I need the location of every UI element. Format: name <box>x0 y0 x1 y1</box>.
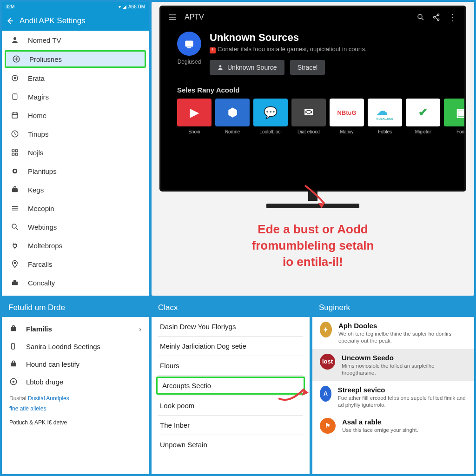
bl-row-hound-can-lestify[interactable]: Hound can lestify <box>2 355 149 373</box>
sidebar-label: Nomed TV <box>28 36 61 44</box>
sidebar-label: Tinups <box>28 130 48 138</box>
app-label: Snoin <box>188 129 200 134</box>
bl-row-flamilis[interactable]: Flamilis› <box>2 320 149 337</box>
bottom-left-panel: Fetufid um Drde Flamilis›Sanira Loodnd S… <box>2 298 149 474</box>
calendar-icon <box>10 111 20 120</box>
stracel-button[interactable]: Stracel <box>290 60 325 75</box>
sidebar-item-tinups[interactable]: Tinups <box>2 125 149 143</box>
app-label: Fobles <box>378 129 392 134</box>
bl-label: Flamilis <box>26 325 52 333</box>
app-tile-fobles[interactable]: ☁OUEAL.OMEFobles <box>368 99 402 134</box>
sidebar-item-nojls[interactable]: Nojls <box>2 143 149 162</box>
bl-row-sanira-loodnd-seetings[interactable]: Sanira Loodnd Seetings <box>2 337 149 355</box>
bottom-right-panel: Suginerk ✦Aph DoolesWe oh tere teg inclb… <box>312 298 474 474</box>
br-title: Streepl sevico <box>338 386 467 394</box>
sidebar-item-erata[interactable]: Erata <box>2 69 149 87</box>
plus-circle-icon <box>12 54 21 64</box>
phone-icon <box>9 342 19 350</box>
share-icon[interactable] <box>432 13 441 21</box>
hamburger-icon[interactable] <box>168 13 177 22</box>
svg-rect-25 <box>12 344 15 349</box>
person-icon <box>10 35 20 45</box>
sidebar-item-planitups[interactable]: Planitups <box>2 162 149 180</box>
page-icon <box>10 92 20 101</box>
briefcase-icon <box>9 360 19 368</box>
br-item-aph-dooles[interactable]: ✦Aph DoolesWe oh tere teg inclbe thine t… <box>312 317 474 349</box>
chevron-right-icon: › <box>139 325 141 333</box>
app-tile-diat ebocd[interactable]: ✉Diat ebocd <box>291 99 326 134</box>
app-tile-fom[interactable]: ▣Fom <box>444 99 466 134</box>
sidebar-item-farcalls[interactable]: Farcalls <box>2 255 149 273</box>
sidebar-item-concalty[interactable]: Concalty <box>2 273 149 292</box>
app-tile-loololblocl[interactable]: 💬Loololblocl <box>253 99 288 134</box>
unknown-source-button[interactable]: Unknown Source <box>210 60 284 75</box>
briefcase-icon <box>10 185 20 194</box>
bm-item[interactable]: Dasin Drew You Floriygs <box>152 317 310 336</box>
wifi-icon: ▾ <box>119 4 121 9</box>
br-sub: Fue ather fiill ercood felps one supele … <box>338 395 467 409</box>
br-sub: We oh tere teg inclbe thine the supler h… <box>338 331 467 344</box>
bm-item[interactable]: Unpown Setain <box>152 435 310 454</box>
br-item-asal-a-rable[interactable]: ⚑Asal a rableUse this lace ornige your s… <box>312 413 474 438</box>
case-icon <box>10 278 20 287</box>
bm-item[interactable]: Meinly Jarliciation Dog setie <box>152 337 310 356</box>
unknown-sources-title: Unknown Sources <box>210 32 367 44</box>
search-icon[interactable] <box>416 13 425 21</box>
br-sub: Mims noviosiolc the tolled an surpleilho… <box>342 363 467 377</box>
app-tile-migiclor[interactable]: ✔Migiclor <box>406 99 440 134</box>
sidebar-item-home[interactable]: Home <box>2 106 149 125</box>
sidebar-item-moltebrops[interactable]: Moltebrops <box>2 236 149 255</box>
bm-item[interactable]: The Inber <box>152 416 310 435</box>
dot-icon <box>10 166 20 176</box>
briefcase-icon <box>9 324 19 333</box>
svg-point-15 <box>14 262 16 264</box>
bl-foot1: Dusital Dusital Auntlples <box>2 393 149 403</box>
sidebar-label: Concalty <box>28 279 55 287</box>
svg-point-28 <box>13 381 14 383</box>
bl-label: Lbtob druge <box>26 378 63 386</box>
status-time: 32M <box>6 4 14 9</box>
tv-panel: APTV ⋮ Degiused Unknown Sources <box>152 2 474 296</box>
status-bar: 32M ▾ ◢ A68 ПM <box>2 2 149 11</box>
sidebar-label: Mecopin <box>28 205 54 212</box>
sidebar-item-webtings[interactable]: Webtings <box>2 218 149 236</box>
sidebar-item-nomed tv[interactable]: Nomed TV <box>2 31 149 49</box>
br-item-streepl-sevico[interactable]: AStreepl sevicoFue ather fiill ercood fe… <box>312 381 474 413</box>
bl-link1[interactable]: Dusital Auntlples <box>28 395 69 402</box>
app-label: Nomne <box>225 129 240 134</box>
signal-icon: ◢ <box>123 4 126 9</box>
app-tile-nomne[interactable]: ⬢Nomne <box>215 99 250 134</box>
bm-item[interactable]: Flours <box>152 356 310 375</box>
warning-icon: ! <box>210 47 216 53</box>
sidebar-item-mecopin[interactable]: Mecopin <box>2 199 149 218</box>
appbar-title: Andil APK Settings <box>20 16 86 26</box>
arrow-icon <box>276 382 313 405</box>
person-icon <box>217 64 224 71</box>
sidebar-label: Nojls <box>28 149 43 157</box>
sidebar-label: Planitups <box>28 167 57 175</box>
br-title: Asal a rable <box>342 418 418 426</box>
sidebar-item-proliusnes[interactable]: Proliusnes <box>5 50 146 68</box>
app-label: Loololblocl <box>259 129 281 134</box>
sidebar-item-magirs[interactable]: Magirs <box>2 87 149 106</box>
source-app-icon <box>177 32 201 56</box>
sidebar-label: Farcalls <box>28 260 53 268</box>
sidebar-item-kegs[interactable]: Kegs <box>2 180 149 199</box>
magnify-icon <box>10 222 20 231</box>
app-tile-snoin[interactable]: ▶Snoin <box>177 99 212 134</box>
status-extra: A68 ПM <box>128 4 145 9</box>
sidebar-label: Moltebrops <box>28 242 62 250</box>
apps-row-header: Seles Rany Acoold <box>177 86 449 94</box>
back-icon[interactable] <box>6 17 14 25</box>
bl-row-lbtob-druge[interactable]: Lbtob druge <box>2 373 149 390</box>
svg-point-23 <box>219 65 222 67</box>
callout-text: Ede a bust or Aodd fromumbleling setaln … <box>252 221 374 270</box>
app-tile-maniiy[interactable]: NBtuGManiiy <box>330 99 364 134</box>
br-item-uncowm-seedo[interactable]: lostUncowm SeedoMims noviosiolc the toll… <box>312 349 474 381</box>
clock-icon <box>10 129 20 139</box>
overflow-icon[interactable]: ⋮ <box>448 12 458 23</box>
bm-header: Clacx <box>152 298 310 317</box>
svg-rect-5 <box>12 113 18 118</box>
bl-foot2[interactable]: fine atle alleles <box>2 403 149 414</box>
sidebar-label: Webtings <box>28 223 57 231</box>
